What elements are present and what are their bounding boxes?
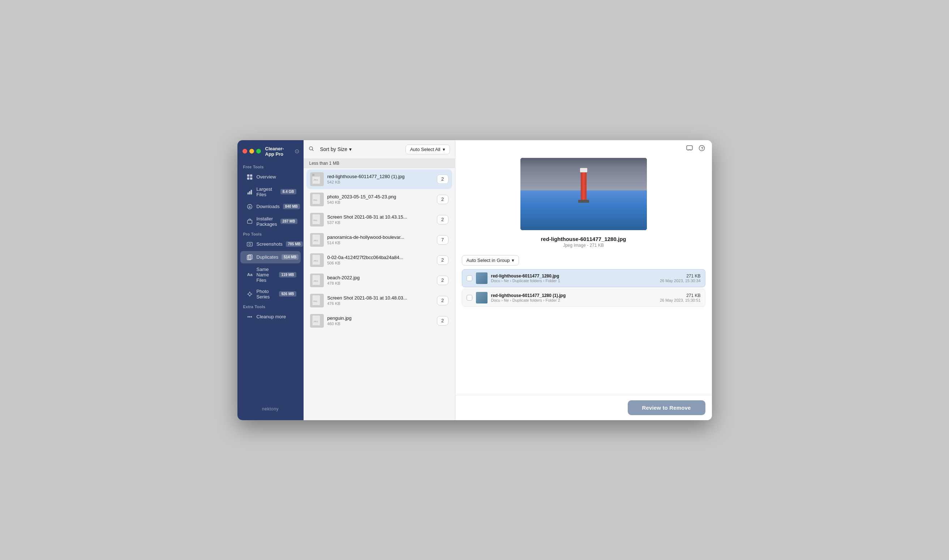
lighthouse-illustration [520, 158, 647, 230]
maximize-button[interactable] [256, 149, 261, 154]
screenshots-icon [246, 241, 253, 248]
auto-select-group-chevron: ▾ [512, 258, 514, 263]
auto-select-group-button[interactable]: Auto Select in Group ▾ [462, 255, 519, 266]
file-item[interactable]: JPEG red-lighthouse-6011477_1280 (1).jpg… [306, 169, 452, 189]
cleanup-more-label: Cleanup more [257, 314, 296, 319]
photo-series-icon [246, 291, 253, 298]
file-section-header: Less than 1 MB [303, 158, 455, 168]
file-item[interactable]: JPEG panoramica-de-hollywood-boulevar...… [306, 230, 452, 250]
duplicate-count: 2 [437, 215, 449, 225]
downloads-label: Downloads [257, 204, 280, 209]
file-info: Screen Shot 2021-08-31 at 10.43.15... 53… [328, 214, 433, 225]
svg-point-15 [247, 316, 249, 318]
file-info: photo_2023-05-15_07-45-23.png 540 KB [328, 194, 433, 205]
file-size: 542 KB [328, 180, 433, 184]
preview-filename: red-lighthouse-6011477_1280.jpg [455, 234, 712, 243]
cleanup-more-icon [246, 313, 253, 320]
sidebar: Cleaner-App Pro ⊙ Free Tools Overview [237, 140, 303, 420]
minimize-button[interactable] [249, 149, 254, 154]
file-info: penguin.jpg 460 KB [328, 315, 433, 326]
sidebar-item-screenshots[interactable]: Screenshots 785 MB [240, 238, 301, 250]
duplicates-section: Auto Select in Group ▾ red-lighthouse-60… [455, 252, 712, 311]
file-info: Screen Shot 2021-08-31 at 10.48.03... 47… [328, 295, 433, 306]
svg-point-16 [249, 316, 251, 318]
sidebar-item-overview[interactable]: Overview [240, 171, 301, 183]
sidebar-item-installer-packages[interactable]: Installer Packages 287 MB [240, 214, 301, 229]
file-size: 460 KB [328, 322, 433, 326]
file-name: panoramica-de-hollywood-boulevar... [328, 234, 433, 240]
file-size: 506 KB [328, 261, 433, 265]
file-list-panel: Sort by Size ▾ Auto Select All ▾ Less th… [303, 140, 455, 420]
search-icon[interactable] [309, 146, 314, 153]
largest-files-icon [246, 188, 253, 195]
sidebar-item-photo-series[interactable]: Photo Series 926 MB [240, 286, 301, 302]
titlebar: Cleaner-App Pro ⊙ [237, 146, 303, 163]
duplicates-label: Duplicates [257, 254, 278, 260]
dup-file-info: red-lighthouse-6011477_1280 (1).jpg Docu… [491, 293, 656, 302]
traffic-lights [243, 149, 261, 154]
dup-thumbnail [476, 292, 488, 303]
help-icon[interactable]: ? [698, 145, 705, 154]
svg-rect-9 [247, 242, 252, 246]
overview-label: Overview [257, 174, 296, 180]
dup-thumbnail [476, 272, 488, 284]
file-items-list: JPEG red-lighthouse-6011477_1280 (1).jpg… [303, 168, 455, 420]
file-info: beach-2022.jpg 478 KB [328, 275, 433, 285]
file-item[interactable]: JPEG penguin.jpg 460 KB 2 [306, 311, 452, 331]
same-name-badge: 119 MB [279, 272, 296, 277]
back-button[interactable]: ⊙ [295, 148, 299, 155]
preview-panel: ? red-lighthouse-6011477_1280.j [455, 140, 712, 420]
sidebar-item-duplicates[interactable]: Duplicates 514 MB [240, 251, 301, 263]
duplicates-icon [246, 254, 253, 261]
file-name: penguin.jpg [328, 315, 433, 321]
duplicate-list-item[interactable]: red-lighthouse-6011477_1280.jpg Docu › N… [462, 269, 705, 287]
free-tools-label: Free Tools [237, 163, 303, 171]
sidebar-item-cleanup-more[interactable]: Cleanup more [240, 311, 301, 323]
dup-date: 26 May 2023, 15:30:51 [660, 298, 701, 302]
file-item[interactable]: JPEG beach-2022.jpg 478 KB 2 [306, 271, 452, 290]
photo-series-badge: 926 MB [279, 291, 296, 297]
bottom-bar: Review to Remove [455, 395, 712, 420]
duplicate-checkbox[interactable] [466, 295, 472, 301]
sidebar-item-same-name[interactable]: Aa Same Name Files 119 MB [240, 264, 301, 285]
svg-text:JPEG: JPEG [313, 320, 318, 323]
svg-text:PNG: PNG [313, 300, 317, 302]
svg-rect-5 [249, 191, 251, 194]
file-item[interactable]: PNG photo_2023-05-15_07-45-23.png 540 KB… [306, 190, 452, 209]
svg-text:JPEG: JPEG [313, 260, 318, 262]
preview-meta: Jpeg Image - 271 KB [455, 243, 712, 252]
file-size: 537 KB [328, 220, 433, 225]
file-name: Screen Shot 2021-08-31 at 10.48.03... [328, 295, 433, 301]
duplicate-checkbox[interactable] [466, 275, 472, 281]
sort-by-size-button[interactable]: Sort by Size ▾ [318, 145, 354, 154]
duplicate-list-item[interactable]: red-lighthouse-6011477_1280 (1).jpg Docu… [462, 289, 705, 307]
svg-rect-8 [247, 220, 252, 223]
close-button[interactable] [243, 149, 247, 154]
duplicate-count: 2 [437, 276, 449, 285]
sidebar-item-downloads[interactable]: Downloads 840 MB [240, 200, 301, 213]
auto-select-all-button[interactable]: Auto Select All ▾ [406, 145, 450, 154]
svg-point-17 [251, 316, 252, 318]
file-item[interactable]: PNG Screen Shot 2021-08-31 at 10.48.03..… [306, 291, 452, 310]
largest-files-badge: 8.4 GB [280, 189, 296, 194]
sidebar-item-largest-files[interactable]: Largest Files 8.4 GB [240, 184, 301, 200]
dup-right-info: 271 KB 26 May 2023, 15:30:34 [660, 274, 701, 283]
file-info: red-lighthouse-6011477_1280 (1).jpg 542 … [328, 174, 433, 184]
file-item[interactable]: JPEG 0-02-0a-4124f27f2bcc064ba24a84... 5… [306, 250, 452, 270]
file-name: red-lighthouse-6011477_1280 (1).jpg [328, 174, 433, 179]
auto-select-group-label: Auto Select in Group [466, 258, 510, 263]
svg-rect-1 [250, 174, 252, 176]
file-thumbnail: PNG [310, 192, 324, 206]
chat-icon[interactable] [686, 145, 693, 154]
downloads-badge: 840 MB [283, 204, 300, 209]
review-to-remove-button[interactable]: Review to Remove [628, 400, 705, 415]
auto-select-chevron: ▾ [443, 147, 445, 152]
svg-rect-2 [247, 177, 249, 179]
file-item[interactable]: PNG Screen Shot 2021-08-31 at 10.43.15..… [306, 210, 452, 229]
file-size: 478 KB [328, 281, 433, 285]
duplicate-count: 2 [437, 316, 449, 326]
dup-file-info: red-lighthouse-6011477_1280.jpg Docu › N… [491, 274, 656, 283]
dup-filesize: 271 KB [660, 274, 701, 278]
largest-files-label: Largest Files [257, 186, 277, 197]
duplicates-badge: 514 MB [281, 254, 298, 260]
